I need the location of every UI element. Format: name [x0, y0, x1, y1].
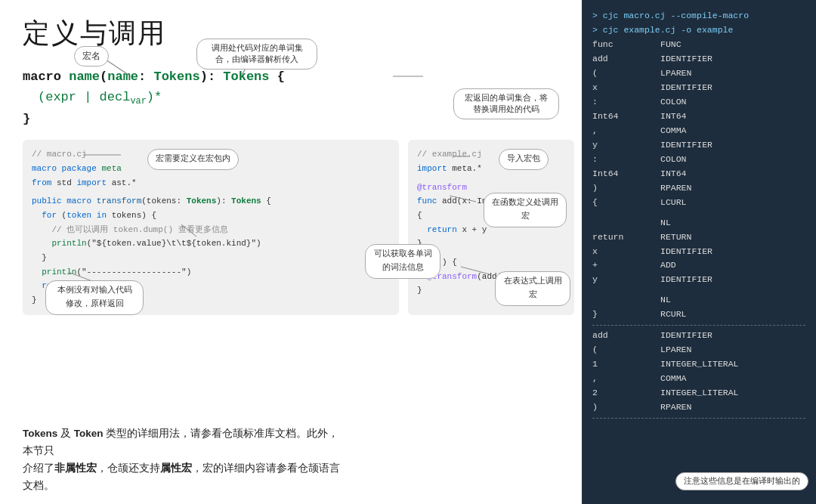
tr-add2: addIDENTIFIER — [592, 329, 805, 343]
annotation-get-token: 可以获取各单词的词法信息 — [365, 244, 440, 279]
tr-colon2: :COLON — [592, 153, 805, 167]
terminal-note-bubble: 注意这些信息是在编译时输出的 — [675, 472, 808, 490]
tr-lparen2: (LPAREN — [592, 343, 805, 357]
macro-import-line: from std import ast.* — [32, 176, 390, 190]
tr-empty1 — [592, 210, 805, 216]
tr-y2: yIDENTIFIER — [592, 273, 805, 287]
tr-int64-2: Int64INT64 — [592, 167, 805, 181]
macro-cj-code-box: // macro.cj macro package meta from std … — [23, 140, 399, 315]
code-boxes-section: // macro.cj macro package meta from std … — [23, 140, 574, 315]
annotation-return: 宏返回的单词集合，将替换调用处的代码 — [453, 88, 559, 119]
tr-rparen1: )RPAREN — [592, 181, 805, 196]
annotation-call-func-def: 在函数定义处调用宏 — [484, 193, 567, 227]
tr-int64-1: Int64INT64 — [592, 110, 805, 124]
tr-rcurl: }RCURL — [592, 308, 805, 322]
tr-y1: yIDENTIFIER — [592, 138, 805, 153]
annotation-import-macro: 导入宏包 — [499, 149, 549, 170]
example-cj-code-box: // example.cj import meta.* @transform f… — [408, 140, 574, 315]
macro-for-line: for (token in tokens) { — [32, 209, 390, 223]
macro-public-line: public macro transform(tokens: Tokens): … — [32, 194, 390, 209]
tr-func: funcFUNC — [592, 38, 805, 52]
tr-empty2 — [592, 287, 805, 293]
terminal-cmd2: > cjc example.cj -o example — [592, 23, 805, 38]
annotation-call-site: 调用处代码对应的单词集合，由编译器解析传入 — [196, 39, 317, 70]
macro-println2: println("-------------------") — [32, 265, 390, 280]
tr-colon1: :COLON — [592, 95, 805, 110]
terminal-cmd1: > cjc macro.cj --compile-macro — [592, 9, 805, 23]
macro-for-close: } — [32, 251, 390, 265]
macro-def-line: macro name(name: Tokens): Tokens { — [23, 67, 574, 87]
tr-x1: xIDENTIFIER — [592, 81, 805, 95]
macro-comment-line: // 也可以调用 token.dump() 查看更多信息 — [32, 223, 390, 237]
tr-comma1: ,COMMA — [592, 124, 805, 138]
example-close1: } — [417, 237, 565, 251]
tr-nl2: NL — [592, 293, 805, 308]
annotation-macro-name: 宏名 — [74, 46, 109, 66]
bottom-line1: Tokens 及 Token 类型的详细用法，请参看仓颉标准库文档。此外，本节只 — [23, 425, 340, 460]
tr-comma2: ,COMMA — [592, 372, 805, 386]
tr-nl1: NL — [592, 216, 805, 230]
macro-println-line: println("${token.value}\t\t${token.kind}… — [32, 237, 390, 251]
tr-1: 1INTEGER_LITERAL — [592, 357, 805, 372]
left-area: 定义与调用 宏名 调用处代码对应的单词集合，由编译器解析传入 宏返回的单词集合，… — [0, 0, 582, 504]
tr-lcurl: {LCURL — [592, 196, 805, 210]
annotation-no-modify: 本例没有对输入代码修改，原样返回 — [45, 280, 144, 315]
tr-2: 2INTEGER_LITERAL — [592, 386, 805, 400]
tr-lparen1: (LPAREN — [592, 66, 805, 81]
terminal-panel: > cjc macro.cj --compile-macro > cjc exa… — [582, 0, 816, 504]
macro-definition-section: 宏名 调用处代码对应的单词集合，由编译器解析传入 宏返回的单词集合，将替换调用处… — [23, 67, 574, 129]
tr-rparen2: )RPAREN — [592, 400, 805, 415]
tr-add1: addIDENTIFIER — [592, 52, 805, 66]
terminal-sep2 — [592, 418, 805, 419]
annotation-macro-pkg: 宏需要定义在宏包内 — [147, 149, 239, 170]
terminal-sep1 — [592, 325, 805, 326]
tr-return: returnRETURN — [592, 230, 805, 245]
tr-add-op: +ADD — [592, 258, 805, 273]
annotation-call-expr: 在表达式上调用宏 — [495, 271, 570, 306]
tr-x2: xIDENTIFIER — [592, 245, 805, 259]
main-container: 定义与调用 宏名 调用处代码对应的单词集合，由编译器解析传入 宏返回的单词集合，… — [0, 0, 816, 504]
bottom-text-section: Tokens 及 Token 类型的详细用法，请参看仓颉标准库文档。此外，本节只… — [23, 425, 340, 495]
bottom-line2: 介绍了非属性宏，仓颉还支持属性宏，宏的详细内容请参看仓颉语言文档。 — [23, 460, 340, 495]
